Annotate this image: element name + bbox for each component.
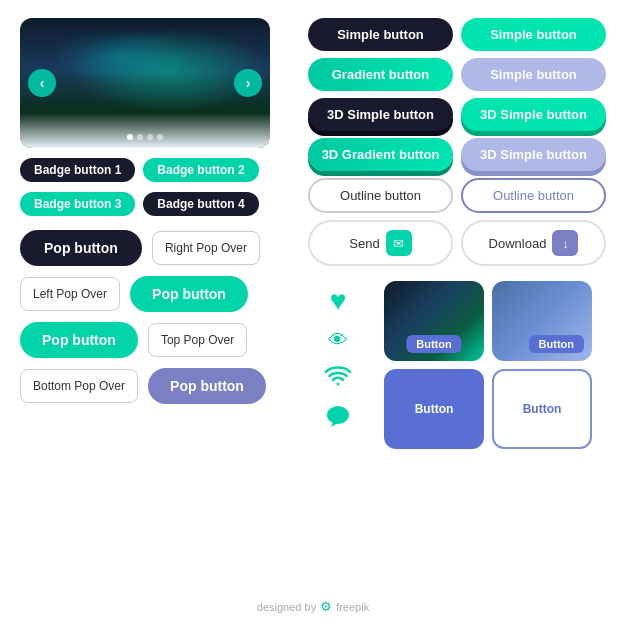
bottom-popover: Bottom Pop Over <box>20 369 138 404</box>
icons-col: ♥ 👁 <box>308 281 368 449</box>
pop-button-3[interactable]: Pop button <box>20 322 138 358</box>
footer: designed by ⚙ freepik <box>20 593 606 616</box>
carousel-prev-button[interactable]: ‹ <box>28 69 56 97</box>
chat-icon <box>325 404 351 436</box>
main-container: ‹ › Badge button 1 Badge button 2 <box>0 0 626 626</box>
3d-simple-button-lavender[interactable]: 3D Simple button <box>461 138 606 171</box>
carousel-dots <box>127 134 163 140</box>
freepik-logo-icon: ⚙ <box>320 599 332 614</box>
dot-4[interactable] <box>157 134 163 140</box>
send-label: Send <box>349 236 379 251</box>
pop-section: Pop button Right Pop Over Left Pop Over … <box>20 230 292 404</box>
btn-row-3d-gradient: 3D Gradient button 3D Simple button <box>308 138 606 171</box>
carousel: ‹ › <box>20 18 270 148</box>
image-button-solid[interactable]: Button <box>384 369 484 449</box>
top-popover: Top Pop Over <box>148 323 247 358</box>
send-button[interactable]: Send ✉ <box>308 220 453 266</box>
pop-row-1: Pop button Right Pop Over <box>20 230 292 266</box>
download-label: Download <box>489 236 547 251</box>
eye-icon: 👁 <box>328 329 348 352</box>
3d-gradient-button[interactable]: 3D Gradient button <box>308 138 453 171</box>
btn-row-3d-simple: 3D Simple button 3D Simple button <box>308 98 606 131</box>
badge-button-4[interactable]: Badge button 4 <box>143 192 258 216</box>
pop-button-2[interactable]: Pop button <box>130 276 248 312</box>
btn-row-gradient: Gradient button Simple button <box>308 58 606 91</box>
btn-row-send-download: Send ✉ Download ↓ <box>308 220 606 266</box>
image-button-solid-label: Button <box>415 402 454 416</box>
pop-button-1[interactable]: Pop button <box>20 230 142 266</box>
heart-icon: ♥ <box>330 285 347 317</box>
pop-row-4: Bottom Pop Over Pop button <box>20 368 292 404</box>
image-btns-col: Button Button Button Button <box>384 281 604 449</box>
3d-simple-button-teal[interactable]: 3D Simple button <box>461 98 606 131</box>
pop-row-2: Left Pop Over Pop button <box>20 276 292 312</box>
dot-2[interactable] <box>137 134 143 140</box>
badge-row-1: Badge button 1 Badge button 2 <box>20 158 292 182</box>
footer-text: designed by <box>257 601 316 613</box>
pop-button-4[interactable]: Pop button <box>148 368 266 404</box>
dot-1[interactable] <box>127 134 133 140</box>
image-button-aurora[interactable]: Button <box>384 281 484 361</box>
carousel-next-button[interactable]: › <box>234 69 262 97</box>
send-icon: ✉ <box>386 230 412 256</box>
badge-button-3[interactable]: Badge button 3 <box>20 192 135 216</box>
btn-row-outline: Outline button Outline button <box>308 178 606 213</box>
top-section: ‹ › Badge button 1 Badge button 2 <box>20 18 606 593</box>
simple-button-dark[interactable]: Simple button <box>308 18 453 51</box>
simple-button-teal[interactable]: Simple button <box>461 18 606 51</box>
badge-button-1[interactable]: Badge button 1 <box>20 158 135 182</box>
download-button[interactable]: Download ↓ <box>461 220 606 266</box>
image-button-outline-label: Button <box>523 402 562 416</box>
wifi-icon <box>324 364 352 392</box>
left-popover: Left Pop Over <box>20 277 120 312</box>
chevron-right-icon: › <box>246 75 251 91</box>
image-button-aurora-label: Button <box>406 335 461 353</box>
gradient-button[interactable]: Gradient button <box>308 58 453 91</box>
image-button-blue-label: Button <box>529 335 584 353</box>
pop-row-3: Pop button Top Pop Over <box>20 322 292 358</box>
image-button-blue[interactable]: Button <box>492 281 592 361</box>
btn-row-simple: Simple button Simple button <box>308 18 606 51</box>
svg-point-0 <box>337 383 340 386</box>
dot-3[interactable] <box>147 134 153 140</box>
badge-button-2[interactable]: Badge button 2 <box>143 158 258 182</box>
download-icon: ↓ <box>552 230 578 256</box>
right-popover: Right Pop Over <box>152 231 260 266</box>
outline-button-1[interactable]: Outline button <box>308 178 453 213</box>
svg-point-1 <box>327 406 349 424</box>
image-button-outline[interactable]: Button <box>492 369 592 449</box>
carousel-snow <box>20 113 270 148</box>
badge-row-2: Badge button 3 Badge button 4 <box>20 192 292 216</box>
bottom-section: ♥ 👁 <box>308 281 606 449</box>
left-col: ‹ › Badge button 1 Badge button 2 <box>20 18 292 593</box>
outline-button-2[interactable]: Outline button <box>461 178 606 213</box>
chevron-left-icon: ‹ <box>40 75 45 91</box>
footer-brand: freepik <box>336 601 369 613</box>
3d-simple-button-dark[interactable]: 3D Simple button <box>308 98 453 131</box>
simple-button-lavender[interactable]: Simple button <box>461 58 606 91</box>
right-col: Simple button Simple button Gradient but… <box>308 18 606 593</box>
